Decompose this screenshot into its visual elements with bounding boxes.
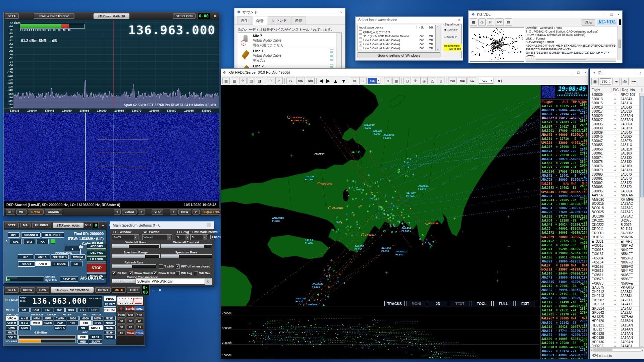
sound-scrollbar[interactable]: ^ — [336, 33, 341, 68]
rx-nch3-button[interactable]: NCH3 — [104, 325, 116, 330]
main-hiz-button[interactable]: HI Z — [18, 254, 33, 259]
contact-row[interactable]: 6J0095×JA806X — [590, 189, 640, 194]
contact-row[interactable]: FX5004×N858FD — [590, 256, 640, 261]
contact-row[interactable]: 6J0013×JA804X — [590, 97, 640, 102]
settings-check2-3[interactable]: WF Avg — [176, 271, 192, 275]
sound-device-item[interactable]: ↓Mic 7Virtual Audio Cable現在利用できません — [238, 33, 341, 48]
rx-close-button[interactable]: × — [157, 288, 163, 292]
hfdl-filter-select[interactable]: ALL▼ — [479, 78, 493, 84]
rx-lsb-button[interactable]: LSB — [77, 308, 88, 312]
scroll-up-icon[interactable]: ^ — [436, 25, 440, 27]
sp-bottom-button-sqlcthr[interactable]: SQLC THR. — [201, 209, 223, 215]
rx-off-button[interactable]: OFF — [77, 335, 88, 339]
flight-row[interactable]: ANA635▸34004-42259/125 — [541, 333, 588, 337]
hfdl-home-icon[interactable]: ⌂ — [275, 77, 283, 84]
hfdl-link-icon[interactable]: ⚐ — [267, 77, 274, 84]
hfdl-grid-icon[interactable]: ▦ — [222, 77, 230, 84]
main-lif-button[interactable]: LIF — [70, 261, 83, 266]
flight-row[interactable]: JAL645H26024-32254/111 — [541, 223, 588, 227]
main-addvrx-button[interactable]: ADD VRX — [87, 244, 106, 249]
flight-row[interactable]: ANA1863▸40007-52260/156 — [541, 353, 588, 357]
ct-head-pic[interactable]: PIC — [611, 88, 621, 92]
vdl-hscrollbar[interactable] — [526, 58, 616, 62]
settings-slider-4[interactable] — [112, 264, 156, 268]
contact-row[interactable]: CK0221×B-2076 — [590, 219, 640, 223]
main-decimation-value[interactable]: 1 — [65, 246, 80, 251]
rx-bands-button[interactable]: Bands — [125, 306, 135, 311]
rx-squelch-slider[interactable] — [18, 335, 75, 339]
contact-row[interactable]: GK0412×JA23JJ — [590, 290, 640, 294]
rx-band-key-2200[interactable]: 22007 — [117, 312, 126, 318]
speaker-icon[interactable]: ◄) — [496, 78, 502, 83]
map-button-tracks[interactable]: TRACKS — [384, 301, 405, 306]
hfdl-minimize-button[interactable]: – — [571, 70, 573, 74]
contact-row[interactable]: HD0128○JA14AN — [590, 332, 640, 336]
contact-row[interactable]: 6J0055×JA811X — [590, 143, 640, 147]
vdl-dde-icon[interactable]: DDE — [495, 18, 504, 26]
flight-row[interactable]: JAL115▾14499-10276/ 51 — [541, 300, 588, 304]
sp-bottom-button-combo[interactable]: COMBO — [45, 209, 62, 215]
main-opt-button[interactable]: OPT — [8, 232, 20, 238]
flight-row[interactable]: ANA579H20142-23270/ 55 — [541, 321, 588, 325]
rx-titlebar[interactable]: SETT. RDSW EXW SDRunoRX CONTROL RSYN1 MC… — [4, 286, 145, 294]
contacts-export-icon[interactable]: ⇥ — [612, 78, 620, 85]
contact-row[interactable]: FX5154×N897FD — [590, 260, 640, 265]
hfdl-region-icon[interactable]: ◻ — [404, 77, 411, 84]
rx-peak-button[interactable]: PEAK — [104, 296, 116, 301]
flight-row[interactable]: JAL111H12710-5279/ 49 — [541, 137, 588, 141]
contact-row[interactable]: 6J0027×JA67AN — [590, 118, 640, 122]
contact-row[interactable]: 6J0020×JA67AN — [590, 114, 640, 118]
rx-rdsw-button[interactable]: RDSW — [20, 287, 35, 293]
contact-row[interactable]: HD0135○JA14AN — [590, 336, 640, 340]
map-button-tool[interactable]: TOOL — [472, 301, 492, 306]
wave-close-button[interactable]: × — [458, 18, 460, 22]
settings-slider-1[interactable] — [161, 244, 212, 248]
rx-cwpk-button[interactable]: CWPK — [54, 316, 66, 321]
wave-radio-12k[interactable]: ◉ 12kHz IF — [444, 28, 458, 31]
contacts-maximize-button[interactable]: □ — [634, 71, 636, 75]
flight-row[interactable]: JAL2204H25580-32258/ 94 — [541, 341, 588, 345]
contact-row[interactable]: 6J0035×JA806X — [590, 122, 640, 127]
settings-slider-3[interactable] — [161, 254, 212, 258]
map-button-full[interactable]: FULL — [493, 301, 514, 306]
pwr-snr-csv-button[interactable]: PWR & SNR TO CSV — [34, 13, 74, 19]
rx-digital-button[interactable]: DIGITAL — [104, 308, 116, 312]
contact-row[interactable]: AA9737×N837AN — [590, 193, 640, 198]
rx-record-button[interactable] — [117, 306, 125, 311]
contact-row[interactable]: FX9878○N596FE — [590, 282, 640, 286]
contact-row[interactable]: 6J0017×JA803X — [590, 110, 640, 114]
contact-row[interactable]: 6J0015×JA811X — [590, 101, 640, 106]
flight-row[interactable]: JAL112▴25428-30257/116 — [541, 325, 588, 329]
contact-row[interactable]: BC0025×JA73AC — [590, 210, 640, 215]
flight-row[interactable]: KAL37H32999N/AN/A — [541, 263, 588, 267]
contact-row[interactable]: 6J0079×JA813X — [590, 168, 640, 173]
main-titlebar[interactable]: SETT. MA PLUGINS SDRunoMAIN V1.4 0 – × — [4, 222, 107, 229]
hfdl-maximize-button[interactable]: □ — [577, 70, 580, 74]
wave-device-row[interactable]: Line 2 (Virtual Audio Cable)OKOK — [358, 38, 436, 42]
contact-row[interactable]: HD0120○JA15AN — [590, 319, 640, 323]
rx-nchl-button[interactable]: NCHL — [104, 335, 116, 339]
rx-sett-button[interactable]: SETT. — [5, 287, 19, 293]
hfdl-zoom-select[interactable]: x25▼ — [368, 78, 380, 84]
contact-row[interactable]: 6J0090×JA807X — [590, 173, 640, 177]
rx-mhz-button[interactable]: MHz — [135, 306, 144, 311]
flight-row[interactable]: JAL3691▸37000-46263/136 — [541, 129, 588, 133]
flight-row[interactable]: JAL607▸24017-32268/ 69 — [541, 125, 588, 129]
rx-band-key-15[interactable]: 150 — [117, 330, 126, 336]
main-savews-button[interactable]: SAVE WS — [60, 277, 78, 282]
contacts-rows[interactable]: 5J5039×RPC41096J0013×JA804X6J0015×JA811X… — [590, 93, 640, 348]
flight-row[interactable]: JAL433▸20010-25273/ 57 — [541, 153, 588, 157]
rx-minimize-button[interactable]: – — [151, 288, 156, 292]
rx-am-button[interactable]: AM — [18, 308, 30, 312]
contact-row[interactable]: 6J0092×JA812X — [590, 181, 640, 185]
rx-iqout-button[interactable]: IQ OUT — [104, 302, 116, 307]
rx-fast-button[interactable]: FAST — [89, 335, 102, 339]
flight-row[interactable]: JAL279▸23998-34267/ 70 — [541, 166, 588, 170]
main-mwfm-button[interactable]: MW/FM — [70, 254, 86, 259]
main-sett-button[interactable]: SETT. — [5, 223, 19, 228]
rx-nch1-button[interactable]: NCH1 — [104, 316, 116, 321]
vdl-maximize-button[interactable]: □ — [610, 12, 613, 16]
wave-row-checkbox[interactable] — [359, 47, 362, 50]
flight-row[interactable]: JAL191H18375-21283/ 64 — [541, 104, 588, 108]
contact-row[interactable]: GK0502×JA23JJ — [590, 298, 640, 303]
